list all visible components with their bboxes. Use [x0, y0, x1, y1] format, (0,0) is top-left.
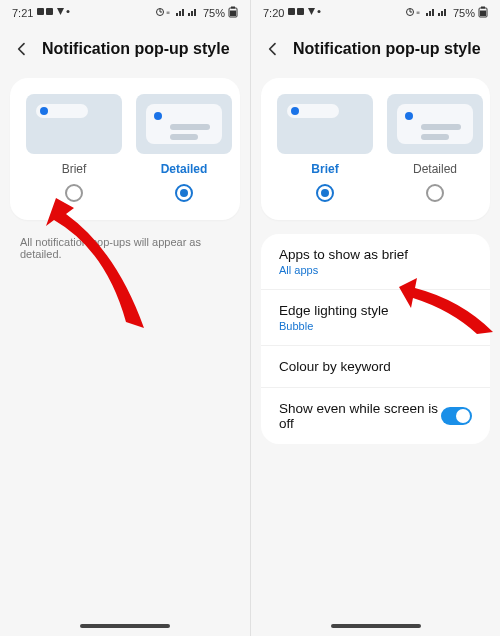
page-header: Notification pop-up style — [0, 26, 250, 72]
status-battery: 75% — [203, 7, 225, 19]
svg-rect-22 — [438, 13, 440, 16]
status-icons-right: ꓿ — [156, 7, 200, 19]
battery-icon — [478, 6, 488, 20]
status-bar: 7:21 ꓿ 75% — [0, 0, 250, 26]
radio-brief[interactable] — [65, 184, 83, 202]
gesture-bar[interactable] — [331, 624, 421, 628]
page-title: Notification pop-up style — [42, 40, 230, 58]
option-detailed[interactable]: Detailed — [387, 94, 483, 202]
svg-point-16 — [318, 10, 321, 13]
svg-rect-7 — [182, 9, 184, 16]
row-edge-lighting[interactable]: Edge lighting style Bubble — [261, 289, 490, 345]
svg-rect-0 — [37, 8, 44, 15]
hint-text: All notification pop-ups will appear as … — [0, 234, 250, 262]
svg-rect-15 — [297, 8, 304, 15]
settings-list: Apps to show as brief All apps Edge ligh… — [261, 234, 490, 444]
page-header: Notification pop-up style — [251, 26, 500, 72]
style-card: Brief Detailed — [10, 78, 240, 220]
preview-detailed-icon — [387, 94, 483, 154]
screenshot-left: 7:21 ꓿ 75% Notification pop-up style Bri… — [0, 0, 250, 636]
option-detailed-label: Detailed — [413, 162, 457, 176]
status-icons-left — [288, 7, 322, 19]
svg-rect-8 — [188, 13, 190, 16]
row-colour-keyword[interactable]: Colour by keyword — [261, 345, 490, 387]
svg-rect-5 — [176, 13, 178, 16]
svg-rect-10 — [194, 9, 196, 16]
option-brief[interactable]: Brief — [277, 94, 373, 202]
svg-rect-14 — [288, 8, 295, 15]
row-title: Colour by keyword — [279, 359, 391, 374]
row-title: Show even while screen is off — [279, 401, 441, 431]
svg-rect-12 — [231, 7, 235, 9]
option-detailed[interactable]: Detailed — [136, 94, 232, 202]
status-time: 7:21 — [12, 7, 33, 19]
gesture-bar[interactable] — [80, 624, 170, 628]
svg-rect-1 — [46, 8, 53, 15]
row-subtitle: All apps — [279, 264, 408, 276]
row-title: Edge lighting style — [279, 303, 389, 318]
status-battery: 75% — [453, 7, 475, 19]
preview-detailed-icon — [136, 94, 232, 154]
status-icons-right: ꓿ — [406, 7, 450, 19]
svg-rect-27 — [480, 11, 486, 17]
status-time: 7:20 — [263, 7, 284, 19]
option-detailed-label: Detailed — [161, 162, 208, 176]
option-brief[interactable]: Brief — [26, 94, 122, 202]
svg-text:꓿: ꓿ — [166, 9, 170, 16]
screenshot-right: 7:20 ꓿ 75% Notification pop-up style Bri… — [250, 0, 500, 636]
row-apps-brief[interactable]: Apps to show as brief All apps — [261, 234, 490, 289]
radio-detailed[interactable] — [426, 184, 444, 202]
preview-brief-icon — [26, 94, 122, 154]
row-show-screen-off[interactable]: Show even while screen is off — [261, 387, 490, 444]
row-subtitle: Bubble — [279, 320, 389, 332]
svg-text:꓿: ꓿ — [416, 9, 420, 16]
svg-rect-6 — [179, 11, 181, 16]
svg-rect-21 — [432, 9, 434, 16]
radio-detailed[interactable] — [175, 184, 193, 202]
svg-rect-20 — [429, 11, 431, 16]
radio-brief[interactable] — [316, 184, 334, 202]
option-brief-label: Brief — [311, 162, 338, 176]
svg-rect-26 — [481, 7, 485, 9]
status-bar: 7:20 ꓿ 75% — [251, 0, 500, 26]
option-brief-label: Brief — [62, 162, 87, 176]
status-icons-left — [37, 7, 71, 19]
style-card: Brief Detailed — [261, 78, 490, 220]
back-icon[interactable] — [14, 41, 30, 57]
preview-brief-icon — [277, 94, 373, 154]
svg-rect-24 — [444, 9, 446, 16]
svg-rect-23 — [441, 11, 443, 16]
toggle-show-screen-off[interactable] — [441, 407, 472, 425]
svg-point-2 — [67, 10, 70, 13]
row-title: Apps to show as brief — [279, 247, 408, 262]
page-title: Notification pop-up style — [293, 40, 481, 58]
svg-rect-19 — [426, 13, 428, 16]
back-icon[interactable] — [265, 41, 281, 57]
svg-rect-9 — [191, 11, 193, 16]
battery-icon — [228, 6, 238, 20]
svg-rect-13 — [230, 11, 236, 17]
